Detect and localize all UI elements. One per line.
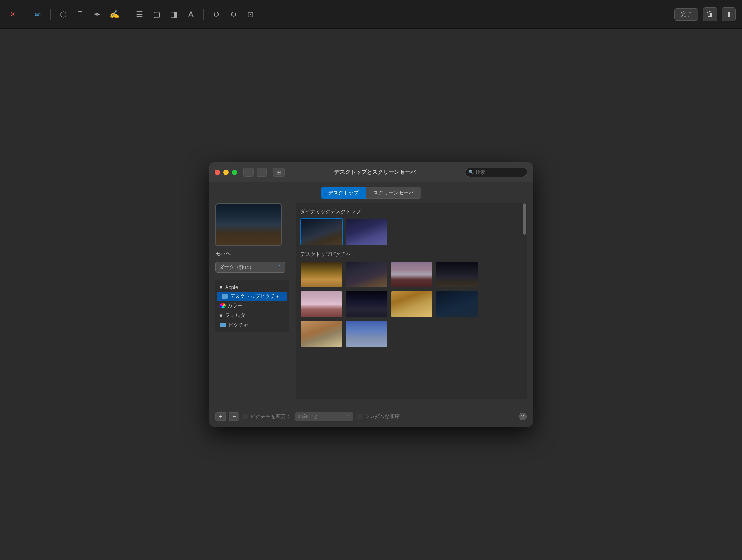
- wallpaper-preview-5: [301, 291, 342, 317]
- lines-icon[interactable]: ☰: [133, 8, 146, 21]
- content-area: モハベ ダーク（静止） ⌃ ▼ Apple: [209, 203, 533, 406]
- wallpaper-preview-6: [346, 291, 387, 317]
- font-icon[interactable]: A: [185, 8, 197, 21]
- sidebar-section-folders-label: フォルダ: [225, 312, 245, 319]
- wallpaper-preview-7: [391, 291, 432, 317]
- wallpaper-thumb-mojave-dusk[interactable]: [345, 261, 388, 288]
- folder-blue-icon: [222, 294, 228, 299]
- toolbar: ✕ ✏ ⬡ T ✒ ✍ ☰ ▢ ◨ A ↺ ↻ ⊡ 完了 🗑 ⬆: [0, 0, 742, 29]
- wallpaper-preview-4: [436, 262, 478, 287]
- interval-dropdown-chevron: ⌃: [346, 413, 350, 419]
- close-button[interactable]: ✕: [6, 8, 19, 21]
- tabs-bar: デスクトップ スクリーンセーバ: [209, 182, 533, 203]
- change-picture-label: ピクチャを変更：: [250, 413, 291, 420]
- random-checkbox[interactable]: ランダムな順序: [357, 413, 400, 420]
- search-icon: 🔍: [469, 170, 474, 175]
- share-button[interactable]: ⬆: [722, 7, 736, 21]
- dynamic-section-title: ダイナミックデスクトップ: [300, 208, 522, 215]
- static-section-title: デスクトップピクチャ: [300, 251, 522, 258]
- window-title: デスクトップとスクリーンセーバ: [288, 169, 462, 176]
- preview-wallpaper: [216, 204, 281, 245]
- pen-tool-icon[interactable]: ✒: [91, 8, 103, 21]
- dynamic-wallpaper-grid: [300, 218, 522, 245]
- tab-screensaver[interactable]: スクリーンセーバ: [366, 187, 421, 199]
- rotate-left-icon[interactable]: ↺: [210, 8, 222, 21]
- sidebar-item-colors-label: カラー: [228, 302, 243, 309]
- sidebar-item-pictures[interactable]: ピクチャ: [215, 320, 289, 330]
- help-button[interactable]: ?: [519, 413, 527, 420]
- wallpaper-thumb-city-night[interactable]: [345, 290, 388, 318]
- toolbar-divider-3: [127, 9, 127, 20]
- window-titlebar: ‹ › ⊞ デスクトップとスクリーンセーバ 🔍: [209, 162, 533, 182]
- style-dropdown[interactable]: ダーク（静止） ⌃: [215, 262, 285, 273]
- wallpaper-preview-9: [301, 321, 342, 346]
- preview-label: モハベ: [215, 250, 231, 257]
- traffic-light-red[interactable]: [215, 170, 220, 175]
- scrollbar-thumb[interactable]: [523, 203, 526, 234]
- add-button[interactable]: +: [215, 412, 226, 421]
- wallpaper-thumb-partial1[interactable]: [300, 320, 343, 347]
- interval-dropdown[interactable]: 30分ごと ⌃: [295, 412, 353, 421]
- wallpaper-thumb-desert-sand[interactable]: [300, 261, 343, 288]
- window-content: デスクトップ スクリーンセーバ モハベ ダーク（静止） ⌃: [209, 182, 533, 427]
- random-label: ランダムな順序: [364, 413, 400, 420]
- search-input[interactable]: [476, 170, 524, 175]
- crop-icon[interactable]: ⊡: [244, 8, 257, 21]
- wallpaper-preview-mojave-blue: [346, 219, 387, 245]
- text-box-icon[interactable]: T: [74, 8, 86, 21]
- toolbar-divider-2: [50, 9, 51, 20]
- left-column: モハベ ダーク（静止） ⌃ ▼ Apple: [215, 203, 289, 399]
- color-wheel-icon: [220, 303, 226, 308]
- bottom-bar: + − ピクチャを変更： 30分ごと ⌃ ランダムな順序 ?: [209, 406, 533, 427]
- pencil-icon[interactable]: ✏: [32, 8, 44, 21]
- style-dropdown-value: ダーク（静止）: [219, 264, 254, 271]
- change-picture-checkbox-box[interactable]: [243, 414, 248, 419]
- wallpaper-thumb-mojave-blue[interactable]: [345, 218, 388, 245]
- wallpaper-thumb-dunes-blue[interactable]: [436, 290, 478, 318]
- remove-button[interactable]: −: [229, 412, 239, 421]
- preview-image: [215, 203, 282, 246]
- triangle-icon-2: ▼: [219, 313, 224, 318]
- rotate-right-icon[interactable]: ↻: [227, 8, 240, 21]
- nav-back-button[interactable]: ‹: [243, 168, 254, 177]
- change-picture-checkbox[interactable]: ピクチャを変更：: [243, 413, 291, 420]
- traffic-light-yellow[interactable]: [223, 170, 229, 175]
- wallpaper-thumb-rock-pink[interactable]: [300, 290, 343, 318]
- wallpaper-thumb-partial2[interactable]: [345, 320, 388, 347]
- toolbar-divider-1: [25, 9, 25, 20]
- border-icon[interactable]: ▢: [150, 8, 163, 21]
- wallpaper-thumb-dunes-gold[interactable]: [390, 290, 433, 318]
- shape-tool-icon[interactable]: ⬡: [57, 8, 69, 21]
- triangle-icon: ▼: [219, 284, 224, 290]
- traffic-light-green[interactable]: [232, 170, 237, 175]
- preview-section: モハベ ダーク（静止） ⌃: [215, 203, 289, 276]
- grid-view-button[interactable]: ⊞: [273, 168, 285, 177]
- static-wallpaper-grid: [300, 261, 522, 347]
- done-button[interactable]: 完了: [674, 8, 698, 21]
- delete-button[interactable]: 🗑: [703, 7, 717, 21]
- wallpaper-preview-1: [301, 262, 342, 287]
- nav-forward-button[interactable]: ›: [257, 168, 267, 177]
- signature-icon[interactable]: ✍: [108, 8, 121, 21]
- wallpaper-preview-8: [436, 291, 478, 317]
- tab-desktop[interactable]: デスクトップ: [321, 187, 366, 199]
- search-box[interactable]: 🔍: [465, 168, 527, 177]
- preferences-window: ‹ › ⊞ デスクトップとスクリーンセーバ 🔍 デスクトップ スクリーンセーバ: [209, 162, 533, 427]
- wallpaper-preview-10: [346, 321, 387, 346]
- toolbar-divider-4: [203, 9, 204, 20]
- sidebar-item-colors[interactable]: カラー: [215, 301, 289, 310]
- right-panel: ダイナミックデスクトップ デスクトップピクチャ: [296, 203, 527, 399]
- main-area: ‹ › ⊞ デスクトップとスクリーンセーバ 🔍 デスクトップ スクリーンセーバ: [0, 29, 742, 560]
- sidebar-section-apple[interactable]: ▼ Apple: [215, 283, 289, 292]
- random-checkbox-box[interactable]: [357, 414, 362, 419]
- wallpaper-thumb-mojave-dark[interactable]: [300, 218, 343, 245]
- right-column: ダイナミックデスクトップ デスクトップピクチャ: [296, 203, 527, 399]
- fill-icon[interactable]: ◨: [168, 8, 180, 21]
- wallpaper-thumb-mountain-dark[interactable]: [436, 261, 478, 288]
- folder-blue-icon-2: [220, 323, 226, 327]
- scrollbar-track[interactable]: [523, 203, 526, 399]
- dropdown-chevron-icon: ⌃: [277, 264, 282, 270]
- sidebar-item-desktop-pictures[interactable]: デスクトップピクチャ: [217, 292, 287, 301]
- wallpaper-thumb-rock-sunset[interactable]: [390, 261, 433, 288]
- sidebar-section-folders[interactable]: ▼ フォルダ: [215, 310, 289, 320]
